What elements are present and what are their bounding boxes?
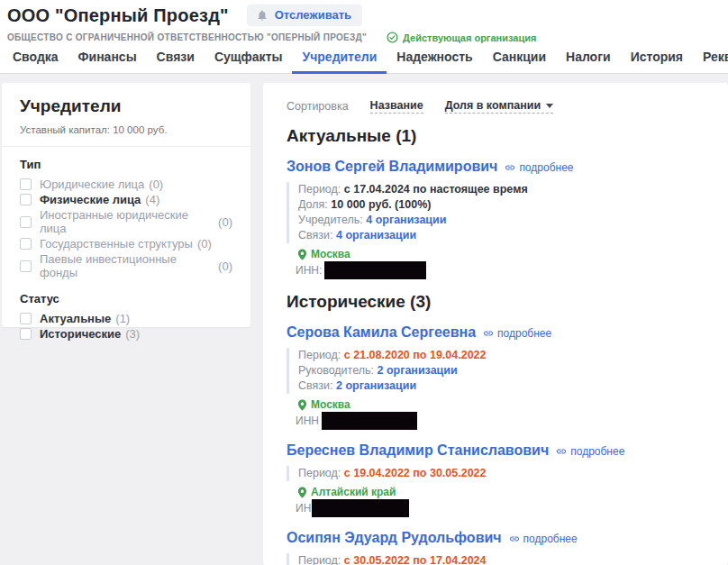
connections-link[interactable]: 4 организации bbox=[336, 229, 416, 241]
location: Москва bbox=[297, 248, 710, 260]
checkbox[interactable] bbox=[20, 260, 32, 272]
period-value: с 19.04.2022 по 30.05.2022 bbox=[344, 467, 487, 479]
filter-type-title: Тип bbox=[20, 158, 232, 171]
founder-details: Период: с 17.04.2024 по настоящее время … bbox=[287, 182, 710, 243]
connections-link[interactable]: 2 организации bbox=[336, 379, 416, 392]
tab-nadezhnost[interactable]: Надежность bbox=[387, 41, 482, 74]
redacted-inn bbox=[312, 499, 409, 517]
period-value: с 17.04.2024 по настоящее время bbox=[344, 183, 528, 196]
bell-icon bbox=[256, 9, 268, 22]
filter-government-structures[interactable]: Государственные структуры (0) bbox=[20, 237, 232, 251]
filter-actual[interactable]: Актуальные (1) bbox=[20, 312, 232, 325]
section-historical-heading: Исторические (3) bbox=[287, 292, 710, 312]
founder-details-link[interactable]: подробнее bbox=[556, 442, 624, 460]
filter-investment-funds[interactable]: Паевые инвестиционные фонды (0) bbox=[20, 252, 232, 279]
filters-sidebar: Учредители Уставный капитал: 10 000 руб.… bbox=[2, 83, 250, 327]
founder-name-link[interactable]: Серова Камила Сергеевна bbox=[287, 324, 476, 342]
share-value: 10 000 руб. (100%) bbox=[331, 198, 431, 211]
tab-svyazi[interactable]: Связи bbox=[147, 41, 205, 74]
checkbox[interactable] bbox=[20, 178, 32, 190]
link-icon bbox=[505, 162, 515, 173]
tab-uchrediteli[interactable]: Учредители bbox=[292, 41, 387, 74]
tab-sushchfakty[interactable]: Сущфакты bbox=[205, 41, 293, 74]
inn-row: ИН bbox=[296, 499, 710, 517]
founder-card: Зонов Сергей Владимирович подробнее Пери… bbox=[287, 157, 710, 279]
location-pin-icon bbox=[297, 249, 307, 260]
tab-istoriya[interactable]: История bbox=[621, 41, 693, 74]
tab-sankcii[interactable]: Санкции bbox=[483, 41, 556, 74]
sidebar-title: Учредители bbox=[20, 96, 232, 116]
checkbox[interactable] bbox=[20, 238, 32, 250]
founder-details: Период: с 21.08.2020 по 19.04.2022 Руков… bbox=[287, 348, 710, 394]
location: Москва bbox=[297, 398, 710, 411]
checkbox[interactable] bbox=[20, 313, 32, 324]
sort-by-share[interactable]: Доля в компании bbox=[445, 99, 553, 114]
founder-details: Период: с 30.05.2022 по 17.04.2024 bbox=[287, 553, 710, 565]
filter-type-list: Юридические лица (0) Физические лица (4)… bbox=[20, 178, 232, 279]
location-pin-icon bbox=[297, 399, 307, 411]
company-header: ООО "Оперный Проезд" Отслеживать ОБЩЕСТВ… bbox=[0, 0, 728, 74]
company-page: ООО "Оперный Проезд" Отслеживать ОБЩЕСТВ… bbox=[0, 0, 728, 565]
section-actual-heading: Актуальные (1) bbox=[287, 126, 710, 146]
follow-button-label: Отслеживать bbox=[275, 8, 351, 22]
founder-card: Береснев Владимир Станиславович подробне… bbox=[287, 441, 710, 517]
filter-individuals[interactable]: Физические лица (4) bbox=[20, 193, 232, 206]
location: Алтайский край bbox=[297, 486, 710, 498]
tab-svodka[interactable]: Сводка bbox=[3, 41, 68, 74]
filter-historical[interactable]: Исторические (3) bbox=[20, 327, 232, 341]
director-orgs-link[interactable]: 2 организации bbox=[378, 364, 458, 377]
tab-finansy[interactable]: Финансы bbox=[68, 41, 147, 74]
founder-details-link[interactable]: подробнее bbox=[483, 324, 551, 342]
founder-details: Период: с 19.04.2022 по 30.05.2022 bbox=[287, 466, 710, 481]
divider bbox=[2, 146, 250, 147]
filter-status-list: Актуальные (1) Исторические (3) bbox=[20, 312, 232, 341]
founder-name-link[interactable]: Осипян Эдуард Рудольфович bbox=[287, 529, 502, 547]
period-value: с 30.05.2022 по 17.04.2024 bbox=[344, 554, 487, 565]
redacted-inn bbox=[324, 261, 426, 279]
checkbox[interactable] bbox=[20, 194, 32, 205]
filter-legal-entities[interactable]: Юридические лица (0) bbox=[20, 178, 232, 191]
founder-orgs-link[interactable]: 4 организации bbox=[366, 214, 446, 226]
tab-nalogi[interactable]: Налоги bbox=[556, 41, 621, 74]
location-pin-icon bbox=[297, 487, 307, 498]
tab-bar: Сводка Финансы Связи Сущфакты Учредители… bbox=[0, 41, 728, 74]
charter-capital: Уставный капитал: 10 000 руб. bbox=[20, 124, 232, 135]
period-value: с 21.08.2020 по 19.04.2022 bbox=[344, 349, 487, 361]
filter-foreign-legal-entities[interactable]: Иностранные юридические лица (0) bbox=[20, 208, 232, 235]
checkbox[interactable] bbox=[20, 328, 32, 340]
link-icon bbox=[556, 446, 567, 457]
founder-name-link[interactable]: Зонов Сергей Владимирович bbox=[287, 158, 497, 176]
sort-row: Сортировка Название Доля в компании bbox=[287, 99, 710, 114]
link-icon bbox=[509, 533, 520, 544]
founder-card: Осипян Эдуард Рудольфович подробнее Пери… bbox=[287, 528, 710, 565]
sort-label: Сортировка bbox=[287, 100, 349, 113]
founder-name-link[interactable]: Береснев Владимир Станиславович bbox=[287, 442, 549, 460]
founder-card: Серова Камила Сергеевна подробнее Период… bbox=[287, 323, 710, 430]
redacted-inn bbox=[322, 412, 417, 430]
inn-row: ИНН bbox=[296, 412, 710, 430]
founder-details-link[interactable]: подробнее bbox=[509, 530, 578, 548]
caret-down-icon bbox=[546, 104, 553, 108]
inn-row: ИНН: bbox=[296, 261, 710, 279]
checkbox[interactable] bbox=[20, 216, 32, 228]
founders-panel: Сортировка Название Доля в компании Акту… bbox=[263, 83, 728, 565]
founder-details-link[interactable]: подробнее bbox=[505, 159, 573, 177]
filter-status-title: Статус bbox=[20, 292, 232, 305]
link-icon bbox=[483, 328, 494, 339]
follow-button[interactable]: Отслеживать bbox=[247, 5, 362, 26]
page-title: ООО "Оперный Проезд" bbox=[7, 5, 229, 26]
sort-by-name[interactable]: Название bbox=[370, 99, 423, 114]
tab-rekvizity[interactable]: Реквизиты bbox=[693, 41, 728, 74]
